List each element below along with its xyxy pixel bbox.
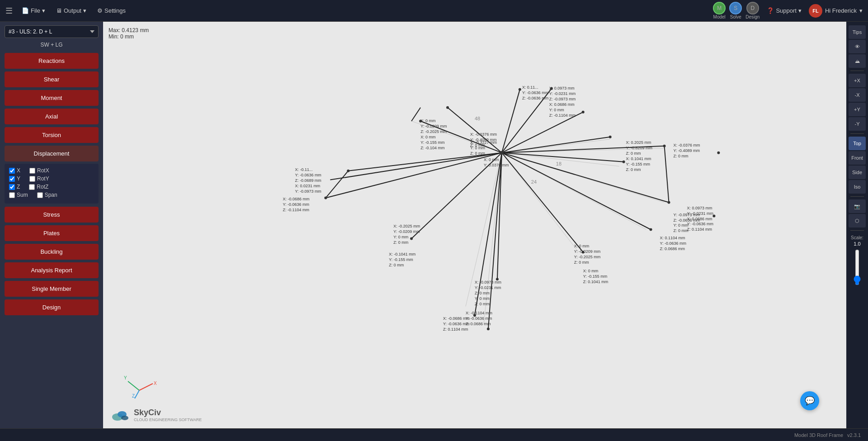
svg-text:X: 0.1041 mm: X: 0.1041 mm [626,156,651,161]
svg-point-40 [324,197,327,199]
plus-x-button[interactable]: +X [849,74,866,87]
svg-point-38 [500,151,504,155]
minus-y-button[interactable]: -Y [849,117,866,131]
svg-text:18: 18 [556,161,561,166]
disp-z-checkbox[interactable] [9,184,15,190]
svg-text:Z: 0 mm: Z: 0 mm [470,143,485,147]
svg-point-39 [347,170,349,172]
stress-button[interactable]: Stress [5,207,99,223]
disp-rotx-label[interactable]: RotX [29,167,49,174]
menu-icon[interactable]: ☰ [5,6,13,16]
disp-z-label[interactable]: Z [9,184,20,190]
svg-text:Z: 0.0686 mm: Z: 0.0686 mm [660,247,685,251]
svg-text:Y: -0.0209 mm: Y: -0.0209 mm [574,249,600,254]
svg-text:X: 0.0973 mm: X: 0.0973 mm [549,86,575,90]
disp-y-label[interactable]: Y [9,175,20,182]
svg-text:Z: 0 mm: Z: 0 mm [389,263,404,267]
topbar: ☰ 📄 File ▾ 🖥 Output ▾ ⚙ Settings M Model [0,0,868,22]
displacement-button[interactable]: Displacement [5,146,99,161]
svg-text:Z: -0.0636 mm: Z: -0.0636 mm [522,96,548,100]
nav-output[interactable]: 🖥 Output ▾ [56,7,86,14]
disp-sum-label[interactable]: Sum [9,192,28,198]
svg-point-48 [623,161,625,163]
disp-span-checkbox[interactable] [37,192,43,198]
mode-design[interactable]: D Design [745,2,760,19]
logo-text: SkyCiv [134,408,161,417]
sidebar-dropdown[interactable]: #3 - ULS: 2. D + L [5,25,99,38]
disp-rotz-label[interactable]: RotZ [29,184,48,190]
moment-button[interactable]: Moment [5,90,99,106]
svg-line-34 [488,153,502,329]
load-combo-select[interactable]: #3 - ULS: 2. D + L [5,25,99,38]
svg-text:Z: 0.1104 mm: Z: 0.1104 mm [443,327,468,332]
svg-text:X: -0.0376 mm: X: -0.0376 mm [470,132,497,137]
topbar-right: M Model S Solve D Design ❓ Support ▾ FL … [713,2,863,19]
disp-rotz-checkbox[interactable] [29,184,35,190]
plus-y-button[interactable]: +Y [849,103,866,116]
disp-span-label[interactable]: Span [37,192,57,198]
scale-slider-container[interactable] [853,249,862,285]
disp-roty-label[interactable]: RotY [29,175,49,182]
panel-divider-1 [850,71,864,71]
shear-button[interactable]: Shear [5,71,99,87]
svg-text:Y: -0.0636 mm: Y: -0.0636 mm [283,202,309,207]
scale-slider[interactable] [853,249,862,285]
disp-roty-checkbox[interactable] [29,176,35,182]
svg-point-47 [609,136,612,138]
front-view-button[interactable]: Front [849,151,866,165]
disp-rotx-checkbox[interactable] [29,168,35,174]
axial-button[interactable]: Axial [5,109,99,124]
svg-text:Y: -0.0636 mm: Y: -0.0636 mm [660,241,686,246]
svg-text:Y: -0.2025 mm: Y: -0.2025 mm [574,255,600,259]
displacement-options: X RotX Y RotY Z [5,164,99,204]
chat-button[interactable]: 💬 [800,391,819,410]
support-arrow: ▾ [798,7,802,14]
svg-point-51 [650,228,652,231]
svg-text:Y: -0.0973 mm: Y: -0.0973 mm [295,189,321,194]
settings2-button[interactable]: ⬡ [849,214,866,228]
iso-view-button[interactable]: Iso [849,180,866,194]
layers-button[interactable]: ⛰ [849,54,866,68]
disp-sum-checkbox[interactable] [9,192,15,198]
top-view-button[interactable]: Top [849,137,866,150]
svg-text:Z: 0 mm: Z: 0 mm [674,228,689,233]
svg-text:Z: -0.0636 mm: Z: -0.0636 mm [674,218,700,223]
support-button[interactable]: ❓ Support ▾ [767,7,802,14]
buckling-button[interactable]: Buckling [5,244,99,260]
eye-icon: 👁 [855,44,860,49]
torsion-button[interactable]: Torsion [5,127,99,143]
nav-settings[interactable]: ⚙ Settings [97,7,126,14]
viewport[interactable]: Max: 0.4123 mm Min: 0 mm [103,22,846,428]
reactions-button[interactable]: Reactions [5,53,99,69]
svg-text:Z: 0 mm: Z: 0 mm [626,167,641,172]
svg-text:Y: -0.155 mm: Y: -0.155 mm [389,257,413,262]
svg-text:Z: 0 mm: Z: 0 mm [393,240,408,245]
disp-y-checkbox[interactable] [9,176,15,182]
single-member-button[interactable]: Single Member [5,281,99,297]
disp-x-checkbox[interactable] [9,168,15,174]
svg-line-138 [139,384,153,390]
design-button[interactable]: Design [5,299,99,315]
side-view-button[interactable]: Side [849,166,866,179]
main-content: #3 - ULS: 2. D + L SW + LG Reactions She… [0,22,868,428]
panel-divider-3 [850,196,864,197]
svg-text:Z: -0.1104 mm: Z: -0.1104 mm [549,113,576,118]
svg-line-36 [411,108,420,121]
camera-button[interactable]: 📷 [849,199,866,213]
minus-x-button[interactable]: -X [849,88,866,102]
mode-model[interactable]: M Model [713,2,726,19]
plates-button[interactable]: Plates [5,225,99,241]
user-button[interactable]: FL Hi Frederick ▾ [809,4,863,18]
structure-svg: 48 18 24 X: 0.11... Y: -0.0636 mm Z: -0.… [103,22,846,428]
mode-solve[interactable]: S Solve [729,2,742,19]
eye-button[interactable]: 👁 [849,40,866,53]
panel-divider-2 [850,133,864,134]
analysis-report-button[interactable]: Analysis Report [5,262,99,278]
tips-button[interactable]: Tips [849,25,866,39]
scale-value: 1.0 [854,241,860,247]
disp-row-2: Y RotY [9,175,94,182]
svg-text:X: 0.0973 mm: X: 0.0973 mm [687,206,712,210]
disp-x-label[interactable]: X [9,167,20,174]
svg-line-142 [135,390,139,398]
nav-file[interactable]: 📄 File ▾ [22,7,45,14]
